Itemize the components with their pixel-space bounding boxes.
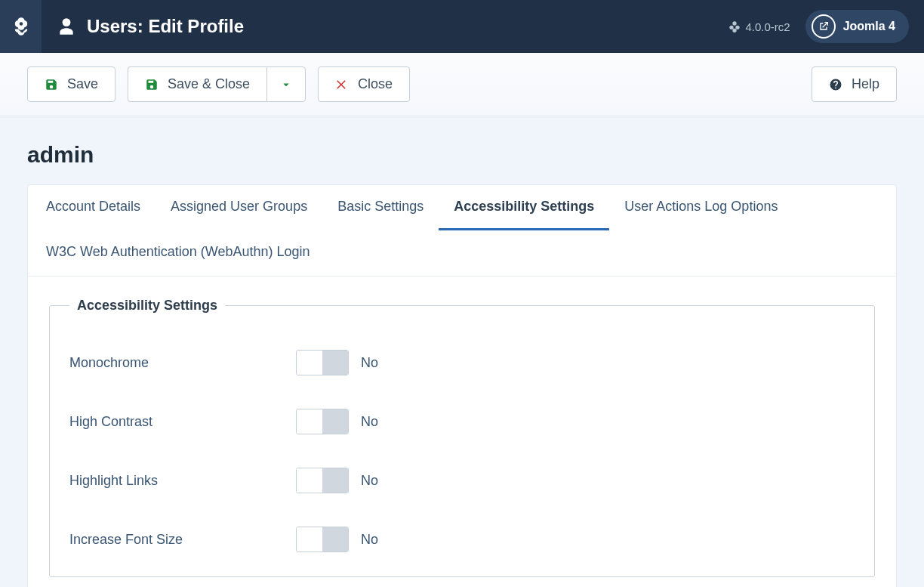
save-icon — [45, 78, 58, 91]
field-label: Increase Font Size — [69, 532, 296, 548]
field-row-high-contrast: High Contrast No — [69, 392, 855, 451]
field-label: Monochrome — [69, 355, 296, 371]
joomla-icon — [11, 16, 32, 37]
field-row-increase-font-size: Increase Font Size No — [69, 510, 855, 569]
tab-webauthn-login[interactable]: W3C Web Authentication (WebAuthn) Login — [31, 230, 325, 276]
toggle-monochrome[interactable] — [296, 350, 349, 375]
joomla-home-button[interactable] — [0, 0, 42, 53]
field-row-monochrome: Monochrome No — [69, 333, 855, 392]
user-icon — [57, 17, 76, 36]
help-icon — [829, 78, 842, 91]
record-heading: admin — [27, 142, 897, 168]
fieldset-legend: Accessibility Settings — [69, 298, 225, 314]
toggle-high-contrast[interactable] — [296, 409, 349, 434]
field-row-highlight-links: Highlight Links No — [69, 451, 855, 510]
toggle-increase-font-size[interactable] — [296, 527, 349, 552]
toggle-highlight-links[interactable] — [296, 468, 349, 493]
tabs-row: Account Details Assigned User Groups Bas… — [28, 185, 896, 277]
page-title: Users: Edit Profile — [87, 16, 244, 37]
tab-panel: Accessibility Settings Monochrome No Hig… — [28, 277, 896, 587]
content-area: admin Account Details Assigned User Grou… — [0, 116, 924, 587]
help-button[interactable]: Help — [812, 66, 897, 102]
save-close-group: Save & Close — [128, 66, 306, 102]
brand-link[interactable]: Joomla 4 — [805, 10, 909, 43]
tab-basic-settings[interactable]: Basic Settings — [322, 185, 439, 230]
accessibility-fieldset: Accessibility Settings Monochrome No Hig… — [49, 298, 875, 577]
save-button[interactable]: Save — [27, 66, 116, 102]
toggle-value: No — [361, 473, 378, 489]
tab-accessibility-settings[interactable]: Accessibility Settings — [439, 185, 609, 230]
tabs-card: Account Details Assigned User Groups Bas… — [27, 184, 897, 587]
save-close-dropdown-button[interactable] — [266, 66, 306, 102]
close-button[interactable]: Close — [318, 66, 410, 102]
toggle-value: No — [361, 414, 378, 430]
chevron-down-icon — [279, 78, 293, 91]
tab-account-details[interactable]: Account Details — [31, 185, 156, 230]
tab-assigned-user-groups[interactable]: Assigned User Groups — [156, 185, 322, 230]
joomla-small-icon — [728, 20, 741, 32]
save-close-button[interactable]: Save & Close — [128, 66, 266, 102]
toggle-value: No — [361, 355, 378, 371]
external-link-icon — [818, 20, 830, 32]
field-label: Highlight Links — [69, 473, 296, 489]
close-icon — [335, 78, 349, 91]
version-label[interactable]: 4.0.0-rc2 — [728, 20, 790, 33]
toggle-value: No — [361, 532, 378, 548]
top-bar: Users: Edit Profile 4.0.0-rc2 Joomla 4 — [0, 0, 924, 53]
toolbar: Save Save & Close Close Help — [0, 53, 924, 116]
save-icon — [145, 78, 159, 91]
field-label: High Contrast — [69, 414, 296, 430]
tab-user-actions-log-options[interactable]: User Actions Log Options — [609, 185, 793, 230]
